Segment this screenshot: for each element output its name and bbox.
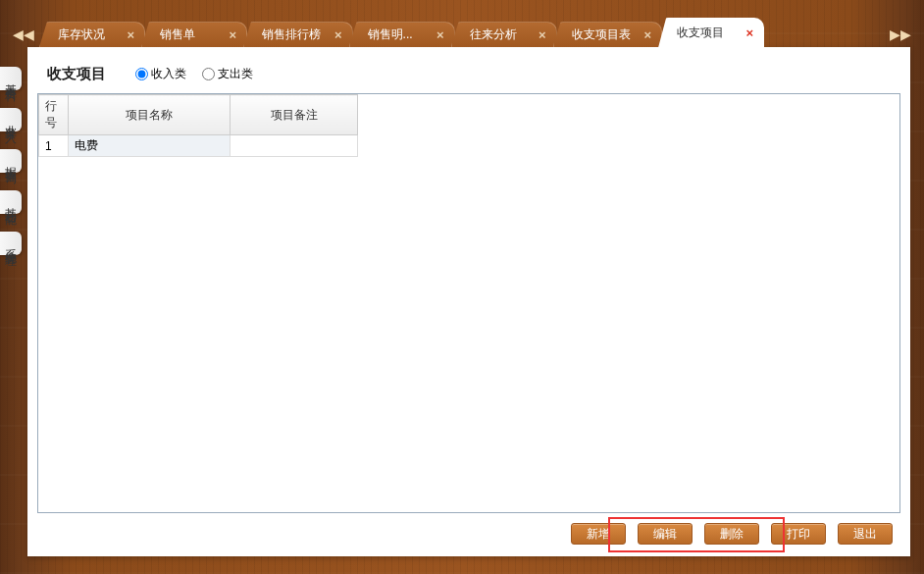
left-nav-business-entry[interactable]: 业务录入 xyxy=(0,108,22,131)
close-icon[interactable]: × xyxy=(644,28,652,41)
tab-label: 销售单 xyxy=(160,26,195,43)
radio-income[interactable]: 收入类 xyxy=(135,66,186,82)
tab-label: 收支项目 xyxy=(677,25,724,41)
panel-footer: 新增 编辑 删除 打印 退出 xyxy=(27,513,910,556)
table-row[interactable]: 1 电费 xyxy=(39,135,358,157)
tabs-scroll-left-icon[interactable]: ◀◀ xyxy=(14,22,33,47)
left-nav-basic-info[interactable]: 基本资料 xyxy=(0,67,22,90)
tab-sales-order[interactable]: 销售单 × xyxy=(141,22,247,47)
left-nav-system-management[interactable]: 系统管理 xyxy=(0,232,22,255)
cell-item-note[interactable] xyxy=(231,135,358,157)
tab-sales-detail[interactable]: 销售明... × xyxy=(349,22,455,47)
tab-transaction-analysis[interactable]: 往来分析 × xyxy=(451,22,557,47)
close-icon[interactable]: × xyxy=(436,28,444,41)
column-header-item-name[interactable]: 项目名称 xyxy=(69,95,231,135)
tab-inventory-status[interactable]: 库存状况 × xyxy=(39,22,145,47)
tabs-scroll-right-icon[interactable]: ▶▶ xyxy=(891,22,910,47)
tab-label: 往来分析 xyxy=(470,26,517,43)
radio-expense-input[interactable] xyxy=(202,68,215,80)
left-vertical-nav: 基本资料 业务录入 报表查询 其它功能 系统管理 xyxy=(0,67,22,255)
column-header-item-note[interactable]: 项目备注 xyxy=(231,95,358,135)
tab-sales-ranking[interactable]: 销售排行榜 × xyxy=(243,22,353,47)
left-nav-other-functions[interactable]: 其它功能 xyxy=(0,190,22,214)
print-button[interactable]: 打印 xyxy=(771,523,826,545)
close-icon[interactable]: × xyxy=(229,28,236,41)
edit-button[interactable]: 编辑 xyxy=(638,523,693,545)
main-panel: 收支项目 收入类 支出类 行号 项目名称 项目备注 1 xyxy=(27,47,910,556)
tab-label: 销售排行榜 xyxy=(262,26,321,43)
radio-income-label: 收入类 xyxy=(151,66,186,82)
category-radio-group: 收入类 支出类 xyxy=(135,66,253,82)
data-grid-container[interactable]: 行号 项目名称 项目备注 1 电费 xyxy=(37,93,900,513)
add-button[interactable]: 新增 xyxy=(571,523,626,545)
radio-expense-label: 支出类 xyxy=(218,66,253,82)
tab-strip: ◀◀ 库存状况 × 销售单 × 销售排行榜 × 销售明... × 往来分析 × … xyxy=(14,18,910,47)
delete-button[interactable]: 删除 xyxy=(704,523,759,545)
close-icon[interactable]: × xyxy=(127,28,134,41)
column-header-row-no[interactable]: 行号 xyxy=(39,95,69,135)
cell-row-no: 1 xyxy=(39,135,69,157)
tab-income-expense-item[interactable]: 收支项目 × xyxy=(658,18,764,47)
radio-expense[interactable]: 支出类 xyxy=(202,66,253,82)
data-grid: 行号 项目名称 项目备注 1 电费 xyxy=(38,94,358,157)
close-icon[interactable]: × xyxy=(539,28,546,41)
radio-income-input[interactable] xyxy=(135,68,148,80)
close-icon[interactable]: × xyxy=(334,28,342,41)
tabs-container: 库存状况 × 销售单 × 销售排行榜 × 销售明... × 往来分析 × 收支项… xyxy=(39,18,885,47)
tab-income-expense-table[interactable]: 收支项目表 × xyxy=(553,22,663,47)
page-title: 收支项目 xyxy=(47,65,106,83)
close-icon[interactable]: × xyxy=(746,26,754,39)
tab-label: 销售明... xyxy=(368,26,413,43)
cell-item-name[interactable]: 电费 xyxy=(69,135,231,157)
tab-label: 库存状况 xyxy=(58,26,105,43)
table-header-row: 行号 项目名称 项目备注 xyxy=(39,95,358,135)
panel-header: 收支项目 收入类 支出类 xyxy=(27,47,910,93)
exit-button[interactable]: 退出 xyxy=(838,523,893,545)
left-nav-report-query[interactable]: 报表查询 xyxy=(0,149,22,173)
tab-label: 收支项目表 xyxy=(572,26,631,43)
